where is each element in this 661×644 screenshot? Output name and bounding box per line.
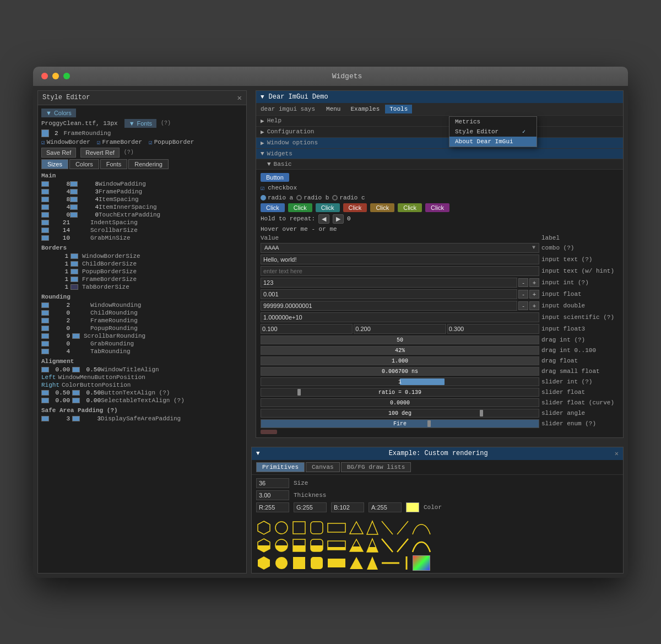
size-label: Size xyxy=(294,480,308,486)
rounded-rect-half xyxy=(309,538,324,553)
click-btn-2[interactable]: Click xyxy=(288,203,312,212)
click-btn-4[interactable]: Click xyxy=(343,203,367,212)
radio-dot-c xyxy=(332,195,338,201)
custom-render-close[interactable]: ✕ xyxy=(615,450,619,458)
frame-padding-row: 4 3 FramePadding xyxy=(41,188,243,195)
int-stepper: - + xyxy=(261,278,539,288)
slider-angle-track[interactable]: 100 deg xyxy=(261,409,539,418)
tab-sizes[interactable]: Sizes xyxy=(41,159,68,169)
svg-rect-34 xyxy=(293,557,305,569)
frame-border-check[interactable]: ☑ FrameBorder xyxy=(97,139,142,146)
float3-input-3[interactable] xyxy=(447,324,539,334)
tab-canvas[interactable]: Canvas xyxy=(306,462,340,472)
wide-rect-half xyxy=(327,538,346,553)
tab-colors[interactable]: Colors xyxy=(69,159,99,169)
circle-outline xyxy=(274,520,289,535)
revert-ref-button[interactable]: Revert Ref xyxy=(80,148,120,158)
radio-a[interactable]: radio a xyxy=(261,194,293,201)
popup-border-check[interactable]: ☑ PopupBorder xyxy=(149,139,194,146)
click-btn-5[interactable]: Click xyxy=(370,203,394,212)
label-label: label xyxy=(541,235,619,241)
drag-int-slider[interactable]: 50 xyxy=(261,335,539,344)
hello-world-input[interactable] xyxy=(261,255,539,264)
click-btn-7[interactable]: Click xyxy=(425,203,449,212)
window-border-size-row: 1 WindowBorderSize xyxy=(41,253,243,259)
color-swatch-display[interactable] xyxy=(406,502,419,512)
iis-swatch2 xyxy=(70,204,78,210)
float3-input-2[interactable] xyxy=(354,324,446,334)
float-label: input float xyxy=(541,291,619,297)
color-b-input[interactable] xyxy=(331,502,364,512)
double-minus[interactable]: - xyxy=(518,301,528,310)
arrow-icon6: ▼ xyxy=(256,450,260,457)
int-row: - + input int (?) xyxy=(261,278,619,288)
float-minus[interactable]: - xyxy=(518,290,528,299)
minimize-button[interactable] xyxy=(52,73,59,79)
int-minus[interactable]: - xyxy=(518,278,528,287)
window-border-check[interactable]: ☑ WindowBorder xyxy=(41,139,90,146)
frame-rounding-swatch xyxy=(41,129,49,137)
color-a-input[interactable] xyxy=(369,502,402,512)
thickness-input[interactable] xyxy=(256,490,289,500)
int-input[interactable] xyxy=(261,278,517,288)
dropdown-metrics[interactable]: Metrics xyxy=(449,117,537,127)
radio-c[interactable]: radio c xyxy=(332,194,365,201)
combo-label: combo (?) xyxy=(541,245,619,251)
shapes-row-2 xyxy=(256,538,619,553)
hold-arrow-left[interactable]: ◀ xyxy=(318,214,329,224)
drag-float-slider[interactable]: 1.000 xyxy=(261,356,539,365)
tab-primitives[interactable]: Primitives xyxy=(256,462,305,472)
menu-item-examples[interactable]: Examples xyxy=(346,105,384,113)
menu-item-tools[interactable]: Tools xyxy=(385,105,412,113)
enter-text-input[interactable] xyxy=(261,266,539,276)
size-input[interactable] xyxy=(256,478,289,488)
tools-dropdown: Metrics Style Editor ✓ About Dear ImGui xyxy=(449,116,537,147)
colors-button[interactable]: ▼ Colors xyxy=(41,109,76,117)
double-plus[interactable]: + xyxy=(529,301,539,310)
svg-marker-38 xyxy=(367,556,378,570)
menu-item-menu[interactable]: Menu xyxy=(322,105,345,113)
click-btn-6[interactable]: Click xyxy=(398,203,422,212)
drag-int-100-slider[interactable]: 42% xyxy=(261,346,539,355)
float-input[interactable] xyxy=(261,289,517,299)
slider-enum-track[interactable]: Fire xyxy=(261,419,539,428)
color-r-input[interactable] xyxy=(256,502,289,512)
scientific-input[interactable] xyxy=(261,312,539,322)
close-button[interactable] xyxy=(41,73,48,79)
float-plus[interactable]: + xyxy=(529,290,539,299)
arrow-icon4: ▼ xyxy=(261,150,264,157)
style-editor-close[interactable]: ✕ xyxy=(237,93,242,102)
tab-rendering[interactable]: Rendering xyxy=(128,159,169,169)
button-widget[interactable]: Button xyxy=(261,173,289,182)
sta-swatch xyxy=(41,398,49,403)
hold-arrow-right[interactable]: ▶ xyxy=(333,214,344,224)
drag-small-float-slider[interactable]: 0.006700 ns xyxy=(261,367,539,376)
basic-section[interactable]: ▼ Basic xyxy=(256,159,623,170)
combo-input[interactable]: AAAA ▼ xyxy=(261,243,539,253)
click-btn-1[interactable]: Click xyxy=(261,203,285,212)
help-section[interactable]: ▶ Help xyxy=(256,116,623,127)
slider-curve-track[interactable]: 0.0000 xyxy=(261,398,539,407)
tab-bg-fg[interactable]: BG/FG draw lists xyxy=(341,462,411,472)
window-options-section[interactable]: ▶ Window options xyxy=(256,138,623,149)
slider-float-track[interactable]: ratio = 0.139 xyxy=(261,388,539,397)
click-btn-3[interactable]: Click xyxy=(316,203,340,212)
dropdown-about[interactable]: About Dear ImGui xyxy=(449,137,537,147)
btn-text-align-row: 0.50 0.50 ButtonTextAlign (?) xyxy=(41,389,243,396)
check-icon: ✓ xyxy=(522,128,525,135)
indent-swatch xyxy=(41,220,49,225)
save-ref-button[interactable]: Save Ref xyxy=(41,148,76,158)
dropdown-style-editor[interactable]: Style Editor ✓ xyxy=(449,127,537,137)
int-plus[interactable]: + xyxy=(529,278,539,287)
radio-b[interactable]: radio b xyxy=(296,194,329,201)
tab-fonts[interactable]: Fonts xyxy=(100,159,128,169)
maximize-button[interactable] xyxy=(63,73,70,79)
color-g-input[interactable] xyxy=(294,502,327,512)
config-section[interactable]: ▶ Configuration xyxy=(256,127,623,138)
fonts-button[interactable]: ▼ Fonts xyxy=(124,119,156,128)
wbs-swatch xyxy=(71,253,78,259)
widgets-section[interactable]: ▼ Widgets xyxy=(256,149,623,159)
double-input[interactable] xyxy=(261,301,517,311)
float3-input-1[interactable] xyxy=(261,324,353,334)
slider-int-track[interactable]: 1 xyxy=(261,377,539,386)
